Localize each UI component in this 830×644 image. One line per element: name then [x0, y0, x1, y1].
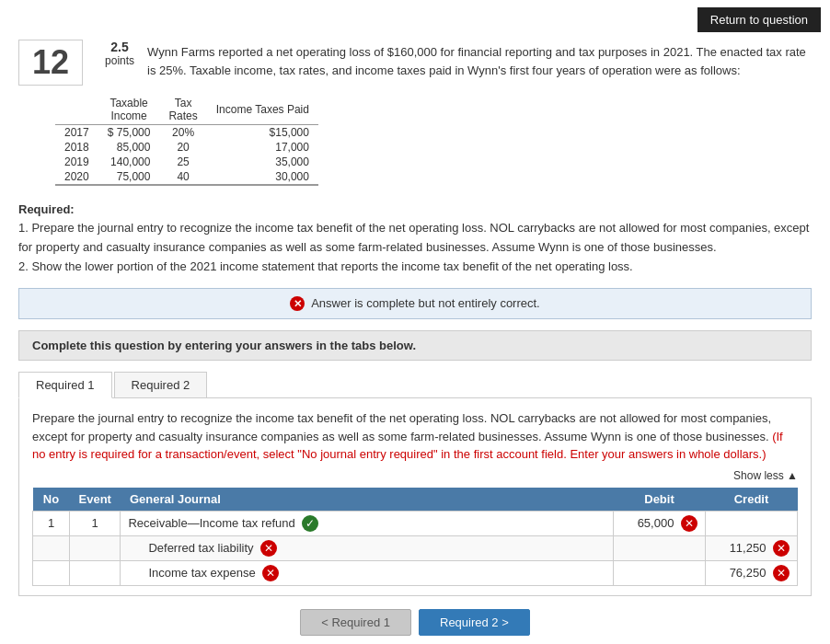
- income-cell: 85,000: [98, 140, 160, 155]
- table-row: 2020 75,000 40 30,000: [55, 169, 318, 185]
- paid-cell: 17,000: [207, 140, 318, 155]
- credit-cell: 76,250 ✕: [706, 560, 798, 585]
- paid-cell: 35,000: [207, 155, 318, 169]
- wrong-icon: ✕: [773, 540, 790, 557]
- journal-table: No Event General Journal Debit Credit 1 …: [32, 488, 798, 586]
- rate-cell: 20: [159, 140, 206, 155]
- debit-cell: [614, 560, 706, 585]
- complete-notice: Complete this question by entering your …: [18, 330, 812, 361]
- rate-cell: 40: [159, 169, 206, 185]
- next-button[interactable]: Required 2 >: [419, 609, 530, 636]
- error-icon: ✕: [290, 296, 305, 311]
- col-event: Event: [70, 488, 121, 512]
- event-cell: [70, 535, 121, 560]
- journal-row: Income tax expense ✕ 76,250 ✕: [33, 560, 798, 585]
- tabs-container: Required 1 Required 2 Prepare the journa…: [18, 372, 812, 596]
- return-to-question-button[interactable]: Return to question: [697, 7, 821, 32]
- rate-cell: 20%: [159, 124, 206, 140]
- event-cell: 1: [70, 511, 121, 535]
- question-number: 12: [18, 40, 83, 86]
- alert-box: ✕ Answer is complete but not entirely co…: [18, 288, 812, 320]
- show-less[interactable]: Show less ▲: [32, 469, 798, 482]
- year-cell: 2017: [55, 124, 98, 140]
- table-row: 2019 140,000 25 35,000: [55, 155, 318, 169]
- journal-row: 1 1 Receivable—Income tax refund ✓ 65,00…: [33, 511, 798, 535]
- tab-content: Prepare the journal entry to recognize t…: [18, 398, 812, 596]
- points-label: points: [105, 54, 134, 67]
- col-credit: Credit: [706, 488, 798, 512]
- income-cell: 140,000: [98, 155, 160, 169]
- no-cell: [33, 535, 70, 560]
- points-value: 2.5: [110, 40, 128, 54]
- event-cell: [70, 560, 121, 585]
- year-cell: 2018: [55, 140, 98, 155]
- paid-cell: $15,000: [207, 124, 318, 140]
- nav-buttons: < Required 1 Required 2 >: [18, 609, 812, 636]
- tab-description1: Prepare the journal entry to recognize t…: [32, 409, 798, 464]
- debit-cell: [614, 535, 706, 560]
- account-cell: Receivable—Income tax refund ✓: [121, 511, 614, 535]
- credit-cell: 11,250 ✕: [706, 535, 798, 560]
- wrong-icon: ✕: [260, 540, 277, 557]
- wrong-icon: ✕: [681, 515, 697, 532]
- paid-cell: 30,000: [207, 169, 318, 185]
- income-cell: 75,000: [98, 169, 160, 185]
- account-cell: Deferred tax liability ✕: [121, 535, 614, 560]
- rate-cell: 25: [159, 155, 206, 169]
- debit-cell: 65,000 ✕: [614, 511, 706, 535]
- table-row: 2017 $ 75,000 20% $15,000: [55, 124, 318, 140]
- required-item2: 2. Show the lower portion of the 2021 in…: [18, 258, 812, 277]
- question-text: Wynn Farms reported a net operating loss…: [147, 40, 812, 79]
- no-cell: [33, 560, 70, 585]
- tab-required2[interactable]: Required 2: [114, 372, 208, 397]
- required-label: Required:: [18, 202, 75, 216]
- required-item1: 1. Prepare the journal entry to recogniz…: [18, 219, 812, 258]
- wrong-icon: ✕: [262, 565, 279, 581]
- col-debit: Debit: [614, 488, 706, 512]
- no-cell: 1: [33, 511, 70, 535]
- table-row: 2018 85,000 20 17,000: [55, 140, 318, 155]
- required-section: Required: 1. Prepare the journal entry t…: [18, 201, 812, 277]
- wrong-icon: ✕: [773, 565, 790, 581]
- alert-text: Answer is complete but not entirely corr…: [311, 296, 540, 310]
- account-cell: Income tax expense ✕: [121, 560, 614, 585]
- year-cell: 2019: [55, 155, 98, 169]
- tab-required1[interactable]: Required 1: [18, 372, 112, 398]
- prev-button[interactable]: < Required 1: [300, 609, 411, 636]
- col-general-journal: General Journal: [121, 488, 614, 512]
- journal-row: Deferred tax liability ✕ 11,250 ✕: [33, 535, 798, 560]
- income-cell: $ 75,000: [98, 124, 160, 140]
- correct-icon: ✓: [302, 515, 318, 532]
- year-cell: 2020: [55, 169, 98, 185]
- credit-cell: [706, 511, 798, 535]
- col-no: No: [33, 488, 70, 512]
- tabs: Required 1 Required 2: [18, 372, 812, 398]
- tax-table: TaxableIncome TaxRates Income Taxes Paid…: [55, 95, 318, 186]
